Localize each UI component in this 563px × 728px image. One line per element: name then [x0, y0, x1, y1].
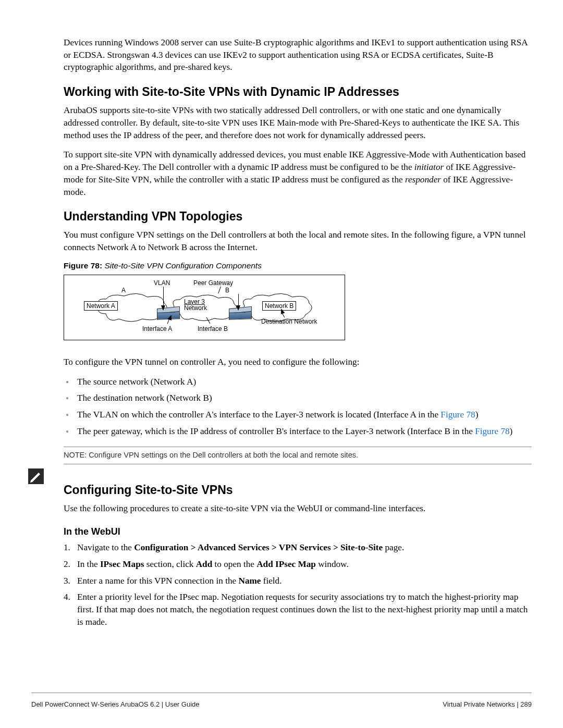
figure-link[interactable]: Figure 78 [475, 426, 509, 436]
note-pencil-icon [28, 468, 44, 484]
text: ) [510, 426, 513, 436]
text: field. [261, 576, 282, 586]
figure-diagram: VLAN A Peer Gateway B Network A Layer 3 … [64, 275, 345, 340]
label-vlan: VLAN [154, 279, 170, 287]
text: Navigate to the [77, 542, 134, 552]
footer-sep: | [515, 700, 521, 708]
text: The VLAN on which the controller A's int… [77, 410, 440, 419]
config-bullet-list: The source network (Network A) The desti… [64, 376, 532, 438]
list-item: Enter a name for this VPN connection in … [64, 575, 532, 587]
arrow-icon [236, 305, 240, 311]
cfg-p1: Use the following procedures to create a… [64, 502, 532, 515]
label-a: A [121, 287, 126, 294]
footer-right: Virtual Private Networks | 289 [443, 700, 532, 708]
list-item: In the IPsec Maps section, click Add to … [64, 558, 532, 571]
heading-dynamic-ip: Working with Site-to-Site VPNs with Dyna… [64, 85, 532, 99]
label-interface-a: Interface A [142, 325, 172, 332]
intro-paragraph: Devices running Windows 2008 server can … [64, 36, 532, 73]
figure-link[interactable]: Figure 78 [440, 410, 475, 419]
note-text: NOTE: Configure VPN settings on the Dell… [64, 451, 358, 459]
label-b: B [225, 287, 229, 294]
heading-topologies: Understanding VPN Topologies [64, 209, 532, 224]
figure-title: Site-to-Site VPN Configuration Component… [102, 261, 262, 270]
figure-label: Figure 78: [64, 261, 102, 270]
label-peer-gateway: Peer Gateway [193, 279, 233, 287]
arrow-line [238, 294, 239, 306]
text: Enter a name for this VPN connection in … [77, 576, 238, 586]
controller-b-icon [229, 307, 252, 320]
bold-text: Name [238, 576, 261, 586]
note-block: NOTE: Configure VPN settings on the Dell… [64, 447, 532, 464]
italic-initiator: initiator [414, 162, 444, 172]
list-item: Navigate to the Configuration > Advanced… [64, 541, 532, 554]
label-network-a: Network A [84, 301, 118, 311]
list-item: The peer gateway, which is the IP addres… [64, 425, 532, 438]
arrow-line [163, 287, 164, 306]
dynamic-p2: To support site-site VPN with dynamicall… [64, 149, 532, 198]
heading-webui: In the WebUI [64, 526, 532, 537]
arrow-icon [161, 305, 165, 311]
arrow-line [218, 287, 221, 293]
list-item: The VLAN on which the controller A's int… [64, 409, 532, 421]
list-item: The source network (Network A) [64, 376, 532, 388]
text: In the [77, 559, 100, 569]
bold-text: Add [196, 559, 213, 569]
footer-left: Dell PowerConnect W-Series ArubaOS 6.2 |… [31, 700, 200, 708]
topo-p2: To configure the VPN tunnel on controlle… [64, 356, 532, 368]
bold-text: Add IPsec Map [256, 559, 316, 569]
text: The peer gateway, which is the IP addres… [77, 426, 475, 436]
figure-caption: Figure 78: Site-to-Site VPN Configuratio… [64, 261, 532, 270]
italic-responder: responder [405, 175, 441, 184]
list-item: The destination network (Network B) [64, 392, 532, 404]
dynamic-p1: ArubaOS supports site-to-site VPNs with … [64, 104, 532, 141]
heading-configuring: Configuring Site-to-Site VPNs [64, 483, 532, 497]
text: ) [475, 410, 479, 419]
label-destination-network: Destination Network [261, 318, 317, 325]
text: to open the [212, 559, 256, 569]
label-interface-b: Interface B [198, 325, 228, 332]
bold-text: IPsec Maps [100, 559, 144, 569]
topo-p1: You must configure VPN settings on the D… [64, 229, 532, 253]
page-footer: Dell PowerConnect W-Series ArubaOS 6.2 |… [31, 693, 532, 708]
text: window. [316, 559, 349, 569]
bold-text: Configuration > Advanced Services > VPN … [134, 542, 383, 552]
footer-page-number: 289 [520, 700, 532, 708]
text: section, click [144, 559, 195, 569]
webui-steps: Navigate to the Configuration > Advanced… [64, 541, 532, 628]
text: page. [383, 542, 404, 552]
label-layer3-b: Network [184, 304, 207, 312]
list-item: Enter a priority level for the IPsec map… [64, 591, 532, 628]
footer-section: Virtual Private Networks [443, 700, 515, 708]
